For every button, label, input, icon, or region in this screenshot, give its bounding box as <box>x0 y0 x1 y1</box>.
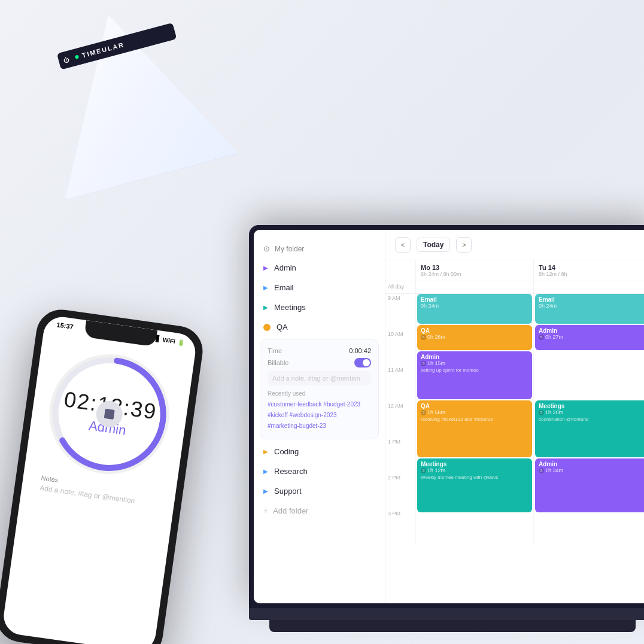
stop-icon <box>104 409 115 420</box>
event-meetings-1-title: Meetings <box>421 461 528 467</box>
day-hours-2: 8h 12m / 8h <box>539 271 644 277</box>
event-email-1[interactable]: Email 0h 24m <box>417 294 532 324</box>
qa-2-s-icon: S <box>421 410 426 415</box>
event-meetings-2[interactable]: Meetings S1h 20m coordination @frontend <box>535 400 644 457</box>
event-meetings-1[interactable]: Meetings S1h 12m Weekly momee meeting wi… <box>417 458 532 512</box>
recently-used-label: Recently used <box>268 390 371 397</box>
event-admin-2[interactable]: Admin S0h 27m <box>535 325 644 350</box>
admin-1-s-icon: S <box>421 361 426 366</box>
support-play-icon: ▶ <box>263 488 268 494</box>
event-qa-2-title: QA <box>421 403 528 409</box>
phone-content: 02:13:39 Admin Notes Add a note, #tag or… <box>20 326 196 517</box>
tracking-billable-row: Billable <box>268 358 371 367</box>
calendar-body: 9 AM 10 AM 11 AM 12 AM 1 PM 2 PM 3 PM <box>385 294 644 603</box>
event-qa-2-desc: resolving #ticket132 and #ticket33 <box>421 417 528 422</box>
tracking-time-row: Time 0:00:42 <box>268 347 371 354</box>
time-1pm: 1 PM <box>385 438 415 473</box>
folder-label: My folder <box>275 245 304 253</box>
calendar-grid: Email 0h 24m QA S0h 26m <box>415 294 644 603</box>
time-value: 0:00:42 <box>349 347 371 354</box>
add-folder-label: Add folder <box>273 506 308 515</box>
meetings-1-s-icon: S <box>421 468 426 473</box>
sidebar: ⊙ My folder ▶ Admin ▶ Email ▶ Meetings <box>254 230 385 603</box>
event-qa-2-duration: S1h 56m <box>421 409 528 415</box>
sidebar-admin-label: Admin <box>274 263 296 272</box>
sidebar-item-support[interactable]: ▶ Support <box>254 481 385 501</box>
day-name-1: Mo 13 <box>421 264 528 271</box>
event-admin-2-title: Admin <box>539 327 644 334</box>
event-qa-1-title: QA <box>421 327 528 334</box>
add-folder-button[interactable]: + Add folder <box>254 501 385 520</box>
power-icon: ⏻ <box>63 56 71 63</box>
laptop-container: ⊙ My folder ▶ Admin ▶ Email ▶ Meetings <box>249 225 644 644</box>
tracking-card: Time 0:00:42 Billable Add a note, #tag o… <box>260 339 379 439</box>
sidebar-item-research[interactable]: ▶ Research <box>254 461 385 481</box>
day-name-2: Tu 14 <box>539 264 644 271</box>
time-col-header <box>385 260 415 281</box>
sidebar-qa-label: QA <box>277 323 288 332</box>
app-window: ⊙ My folder ▶ Admin ▶ Email ▶ Meetings <box>254 230 644 603</box>
event-admin-3[interactable]: Admin S1h 34m <box>535 458 644 512</box>
event-admin-1-duration: S1h 15m <box>421 360 528 366</box>
day-header-1: Mo 13 6h 24m / 8h 00m <box>416 260 533 281</box>
sidebar-item-qa[interactable]: QA <box>254 317 385 337</box>
day-hours-1: 6h 24m / 8h 00m <box>421 271 528 277</box>
time-12am: 12 AM <box>385 402 415 438</box>
calendar-header: < Today > <box>385 230 644 260</box>
sidebar-email-label: Email <box>274 283 294 292</box>
all-day-col-1 <box>415 281 533 293</box>
event-admin-1-title: Admin <box>421 354 528 360</box>
sidebar-item-email[interactable]: ▶ Email <box>254 278 385 297</box>
qa-dot-icon <box>263 324 271 331</box>
event-admin-1[interactable]: Admin S1h 15m setting up sprint for mome… <box>417 351 532 399</box>
time-10am: 10 AM <box>385 330 415 366</box>
meetings-play-icon: ▶ <box>263 304 268 311</box>
wifi-icon: WiFi <box>162 336 175 345</box>
calendar-days-header: Mo 13 6h 24m / 8h 00m Tu 14 8h 12m / 8h <box>385 260 644 281</box>
event-admin-3-duration: S1h 34m <box>539 467 644 473</box>
event-qa-2[interactable]: QA S1h 56m resolving #ticket132 and #tic… <box>417 400 532 457</box>
event-meetings-2-duration: S1h 20m <box>539 409 644 415</box>
event-email-2[interactable]: Email 0h 24m <box>535 294 644 324</box>
sidebar-item-coding[interactable]: ▶ Coding <box>254 442 385 461</box>
phone-progress-circle: 02:13:39 Admin <box>42 347 177 482</box>
laptop-screen: ⊙ My folder ▶ Admin ▶ Email ▶ Meetings <box>249 225 644 608</box>
sidebar-folder: ⊙ My folder <box>254 239 385 258</box>
sidebar-coding-label: Coding <box>274 447 299 456</box>
time-9am: 9 AM <box>385 294 415 330</box>
email-play-icon: ▶ <box>263 284 268 291</box>
event-admin-3-title: Admin <box>539 461 644 467</box>
event-email-1-title: Email <box>421 296 528 303</box>
laptop-foot <box>269 620 636 632</box>
admin-3-s-icon: S <box>539 468 544 473</box>
add-icon: + <box>263 506 268 515</box>
tracking-note[interactable]: Add a note, #tag or @mention <box>268 371 371 385</box>
event-admin-1-desc: setting up sprint for momee <box>421 367 528 373</box>
event-admin-2-duration: S0h 27m <box>539 334 644 340</box>
calendar-col-day2: Email 0h 24m Admin S0h 27m <box>533 294 644 545</box>
day-header-2: Tu 14 8h 12m / 8h <box>534 260 644 281</box>
sidebar-item-meetings[interactable]: ▶ Meetings <box>254 297 385 317</box>
event-email-2-title: Email <box>539 296 644 303</box>
event-email-2-duration: 0h 24m <box>539 303 644 309</box>
sidebar-item-admin[interactable]: ▶ Admin <box>254 258 385 278</box>
next-nav-button[interactable]: > <box>456 237 472 253</box>
event-meetings-1-duration: S1h 12m <box>421 467 528 473</box>
time-3pm: 3 PM <box>385 509 415 545</box>
calendar-col-day1: Email 0h 24m QA S0h 26m <box>415 294 533 545</box>
battery-icon: 🔋 <box>177 338 185 346</box>
prev-nav-button[interactable]: < <box>395 237 411 253</box>
event-qa-1[interactable]: QA S0h 26m <box>417 325 532 350</box>
billable-toggle[interactable] <box>354 358 371 367</box>
all-day-row: All day <box>385 281 644 294</box>
status-dot <box>75 54 79 59</box>
admin-2-s-icon: S <box>539 335 544 340</box>
laptop-base <box>249 608 644 620</box>
coding-play-icon: ▶ <box>263 448 268 455</box>
time-11am: 11 AM <box>385 366 415 402</box>
event-meetings-2-title: Meetings <box>539 403 644 409</box>
cal-day-col-1: Mo 13 6h 24m / 8h 00m <box>415 260 533 281</box>
sidebar-support-label: Support <box>274 487 302 496</box>
today-button[interactable]: Today <box>417 238 450 252</box>
device-body <box>22 0 238 200</box>
